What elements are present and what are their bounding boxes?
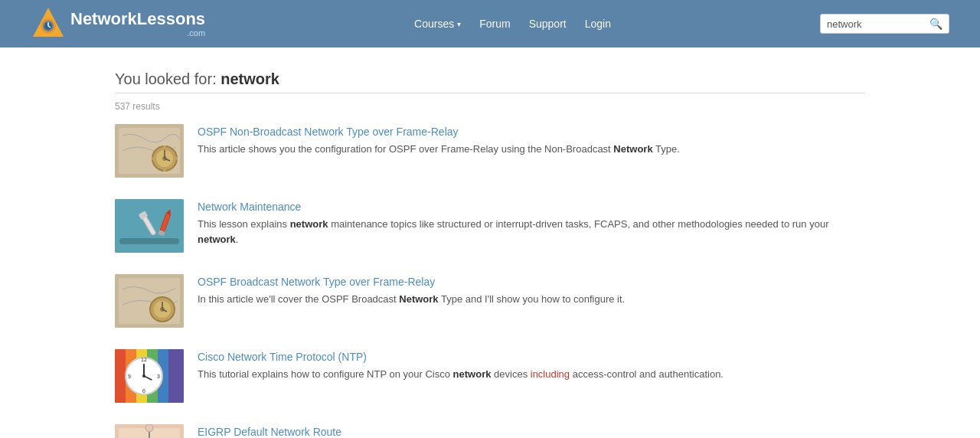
desc-middle-2: maintenance topics like structured or in… — [328, 218, 829, 230]
result-desc-3: In this article we'll cover the OSPF Bro… — [198, 292, 865, 307]
header-search-box[interactable]: 🔍 — [820, 14, 949, 34]
result-thumbnail — [115, 199, 184, 253]
result-item: EIGRP Default Network Route — [115, 424, 865, 438]
logo-sub: .com — [70, 28, 205, 38]
result-thumbnail — [115, 124, 184, 178]
result-item: 12 3 6 9 Cisco Network Time Protocol (NT… — [115, 349, 865, 403]
desc-bold-3: Network — [399, 293, 438, 305]
svg-rect-16 — [175, 157, 178, 160]
site-header: NetworkLessons .com Courses ▾ Forum Supp… — [0, 0, 980, 47]
main-content: You looked for: network 537 results — [100, 47, 880, 438]
result-item: Network Maintenance This lesson explains… — [115, 199, 865, 253]
svg-rect-13 — [163, 145, 166, 149]
logo-icon — [31, 6, 66, 41]
nav-courses-label: Courses — [414, 18, 454, 30]
svg-point-52 — [145, 424, 153, 432]
result-title-1[interactable]: OSPF Non-Broadcast Network Type over Fra… — [198, 126, 865, 138]
search-input[interactable] — [827, 18, 926, 30]
search-icon: 🔍 — [929, 18, 942, 30]
desc-bold-1: Network — [613, 143, 652, 155]
chevron-down-icon: ▾ — [457, 20, 461, 28]
desc-after-3: Type and I'll show you how to configure … — [439, 293, 626, 305]
nav-support-label: Support — [529, 18, 567, 30]
desc-after-4: devices — [491, 368, 530, 380]
nav-login[interactable]: Login — [585, 18, 611, 30]
result-thumbnail — [115, 274, 184, 328]
desc-highlight-4: including — [531, 368, 570, 380]
desc-bold-2b: network — [198, 234, 236, 245]
nav-courses[interactable]: Courses ▾ — [414, 18, 461, 30]
nav-forum-label: Forum — [479, 18, 510, 30]
desc-bold-4: network — [453, 368, 492, 380]
logo-text: NetworkLessons .com — [70, 10, 205, 38]
result-content: OSPF Broadcast Network Type over Frame-R… — [198, 274, 865, 307]
result-item: OSPF Broadcast Network Type over Frame-R… — [115, 274, 865, 328]
logo-area: NetworkLessons .com — [31, 6, 205, 41]
desc-end-4: access-control and authentication. — [570, 368, 724, 380]
search-heading: You looked for: network — [115, 70, 865, 88]
desc-before-3: In this article we'll cover the OSPF Bro… — [198, 293, 399, 305]
results-count: 537 results — [115, 101, 865, 112]
result-content: Cisco Network Time Protocol (NTP) This t… — [198, 349, 865, 382]
search-query-label: You looked for: — [115, 70, 217, 87]
result-desc-2: This lesson explains network maintenance… — [198, 217, 865, 247]
svg-rect-37 — [168, 349, 184, 403]
result-content: EIGRP Default Network Route — [198, 424, 865, 438]
nav-login-label: Login — [585, 18, 611, 30]
result-desc-1: This article shows you the configuration… — [198, 142, 865, 157]
divider — [115, 93, 865, 93]
result-title-5[interactable]: EIGRP Default Network Route — [198, 426, 865, 438]
svg-rect-14 — [163, 168, 166, 172]
desc-before-4: This tutorial explains how to configure … — [198, 368, 453, 380]
search-query-value: network — [220, 70, 279, 87]
result-thumbnail — [115, 424, 184, 438]
nav-forum[interactable]: Forum — [479, 18, 510, 30]
svg-text:6: 6 — [142, 388, 145, 394]
result-title-2[interactable]: Network Maintenance — [198, 201, 865, 213]
main-nav: Courses ▾ Forum Support Login — [414, 18, 611, 30]
result-thumbnail: 12 3 6 9 — [115, 349, 184, 403]
result-title-4[interactable]: Cisco Network Time Protocol (NTP) — [198, 351, 865, 363]
desc-after-1: Type. — [653, 143, 680, 155]
result-item: OSPF Non-Broadcast Network Type over Fra… — [115, 124, 865, 178]
svg-text:9: 9 — [128, 374, 131, 379]
svg-text:3: 3 — [157, 374, 160, 379]
desc-bold-2a: network — [290, 218, 328, 230]
logo-name: NetworkLessons — [70, 9, 205, 28]
result-content: OSPF Non-Broadcast Network Type over Fra… — [198, 124, 865, 157]
nav-support[interactable]: Support — [529, 18, 567, 30]
svg-rect-15 — [152, 157, 155, 160]
result-title-3[interactable]: OSPF Broadcast Network Type over Frame-R… — [198, 276, 865, 288]
result-content: Network Maintenance This lesson explains… — [198, 199, 865, 247]
result-desc-4: This tutorial explains how to configure … — [198, 367, 865, 382]
svg-point-46 — [142, 374, 145, 378]
svg-rect-32 — [115, 349, 126, 403]
svg-text:12: 12 — [141, 357, 147, 362]
desc-before-1: This article shows you the configuration… — [198, 143, 613, 155]
